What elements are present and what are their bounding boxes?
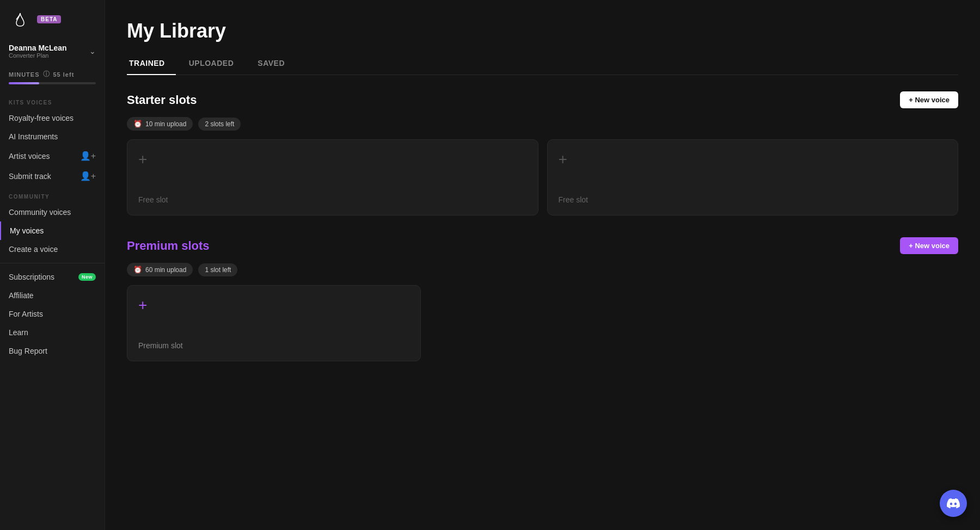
- sidebar-item-label: Royalty-free voices: [9, 114, 74, 122]
- tabs: TRAINED UPLOADED SAVED: [127, 53, 958, 75]
- sidebar-item-label: Community voices: [9, 208, 71, 217]
- info-icon: ⓘ: [43, 70, 50, 79]
- user-section[interactable]: Deanna McLean Converter Plan ⌄: [0, 38, 105, 65]
- sidebar-item-ai-instruments[interactable]: AI Instruments: [0, 127, 105, 146]
- slots-badge-label: 2 slots left: [205, 120, 234, 128]
- sidebar-item-my-voices[interactable]: My voices: [0, 221, 105, 240]
- submit-icon: 👤+: [80, 171, 96, 181]
- premium-slots-badges: ⏰ 60 min upload 1 slot left: [127, 263, 958, 276]
- upload-badge-label-premium: 60 min upload: [145, 266, 186, 274]
- starter-slots-title: Starter slots: [127, 93, 197, 107]
- kits-voices-label: KITS VOICES: [0, 92, 105, 109]
- tab-uploaded[interactable]: UPLOADED: [187, 53, 245, 75]
- minutes-bar-fill: [9, 82, 39, 84]
- premium-slot-1[interactable]: + Premium slot: [127, 285, 421, 361]
- starter-slot-1[interactable]: + Free slot: [127, 139, 538, 215]
- sidebar-item-learn[interactable]: Learn: [0, 323, 105, 342]
- clock-icon: ⏰: [133, 120, 142, 128]
- sidebar-item-label: Affiliate: [9, 291, 34, 300]
- sidebar-item-label: Artist voices: [9, 152, 50, 161]
- sidebar-header: BETA: [0, 0, 105, 38]
- new-voice-button-premium[interactable]: + New voice: [900, 237, 958, 254]
- user-name: Deanna McLean: [9, 44, 67, 52]
- add-user-icon: 👤+: [80, 151, 96, 161]
- sidebar-item-label: Subscriptions: [9, 273, 54, 281]
- sidebar-item-label: Bug Report: [9, 347, 47, 355]
- tab-trained[interactable]: TRAINED: [127, 53, 176, 75]
- clock-icon-premium: ⏰: [133, 266, 142, 274]
- beta-badge: BETA: [37, 15, 61, 23]
- sidebar-item-subscriptions[interactable]: Subscriptions New: [0, 268, 105, 286]
- sidebar-item-create-voice[interactable]: Create a voice: [0, 240, 105, 258]
- slot-label-premium: Premium slot: [138, 341, 183, 350]
- sidebar-item-artist-voices[interactable]: Artist voices 👤+: [0, 146, 105, 166]
- sidebar-item-submit-track[interactable]: Submit track 👤+: [0, 166, 105, 186]
- sidebar-item-bug-report[interactable]: Bug Report: [0, 342, 105, 360]
- sidebar-item-community-voices[interactable]: Community voices: [0, 203, 105, 221]
- add-slot-icon-2: +: [559, 151, 567, 168]
- minutes-count: 55 left: [53, 71, 75, 78]
- logo-icon: [9, 8, 32, 30]
- starter-slots-grid: + Free slot + Free slot: [127, 139, 958, 215]
- starter-slots-badges: ⏰ 10 min upload 2 slots left: [127, 117, 958, 131]
- sidebar-item-affiliate[interactable]: Affiliate: [0, 286, 105, 305]
- upload-badge-label: 10 min upload: [145, 120, 186, 128]
- starter-slots-section: Starter slots + New voice ⏰ 10 min uploa…: [127, 91, 958, 215]
- slots-badge-starter: 2 slots left: [198, 118, 241, 131]
- sidebar-item-label: Submit track: [9, 172, 51, 181]
- discord-button[interactable]: [940, 490, 967, 517]
- premium-slots-header: Premium slots + New voice: [127, 237, 958, 254]
- slots-badge-label-premium: 1 slot left: [205, 266, 231, 274]
- upload-badge-starter: ⏰ 10 min upload: [127, 117, 193, 131]
- premium-slots-title: Premium slots: [127, 239, 210, 253]
- tab-saved[interactable]: SAVED: [255, 53, 296, 75]
- discord-icon: [947, 497, 960, 510]
- new-badge: New: [78, 273, 96, 281]
- sidebar: BETA Deanna McLean Converter Plan ⌄ MINU…: [0, 0, 105, 530]
- sidebar-item-label: AI Instruments: [9, 132, 58, 141]
- chevron-down-icon: ⌄: [89, 47, 96, 56]
- new-voice-button-starter[interactable]: + New voice: [900, 91, 958, 108]
- starter-slots-header: Starter slots + New voice: [127, 91, 958, 108]
- sidebar-item-for-artists[interactable]: For Artists: [0, 305, 105, 323]
- logo-area: BETA: [9, 8, 61, 30]
- slot-label-2: Free slot: [559, 195, 588, 204]
- add-slot-icon-premium: +: [138, 297, 147, 314]
- main-content: My Library TRAINED UPLOADED SAVED Starte…: [105, 0, 980, 530]
- upload-badge-premium: ⏰ 60 min upload: [127, 263, 193, 276]
- sidebar-item-label: For Artists: [9, 310, 43, 318]
- sidebar-item-label: My voices: [10, 226, 44, 235]
- slots-badge-premium: 1 slot left: [198, 263, 237, 276]
- sidebar-divider: [0, 263, 105, 263]
- minutes-label: MINUTES ⓘ 55 left: [9, 70, 96, 79]
- sidebar-item-royalty-free[interactable]: Royalty-free voices: [0, 109, 105, 127]
- premium-slots-section: Premium slots + New voice ⏰ 60 min uploa…: [127, 237, 958, 361]
- sidebar-item-label: Create a voice: [9, 245, 58, 254]
- user-info: Deanna McLean Converter Plan: [9, 44, 67, 59]
- svg-point-0: [9, 8, 32, 30]
- page-title: My Library: [127, 0, 958, 53]
- minutes-section: MINUTES ⓘ 55 left: [0, 65, 105, 92]
- add-slot-icon-1: +: [138, 151, 147, 168]
- premium-slots-grid: + Premium slot: [127, 285, 958, 361]
- user-plan: Converter Plan: [9, 52, 67, 59]
- community-label: COMMUNITY: [0, 186, 105, 203]
- slot-label-1: Free slot: [138, 195, 168, 204]
- starter-slot-2[interactable]: + Free slot: [547, 139, 959, 215]
- minutes-bar-bg: [9, 82, 96, 84]
- sidebar-item-label: Learn: [9, 328, 28, 337]
